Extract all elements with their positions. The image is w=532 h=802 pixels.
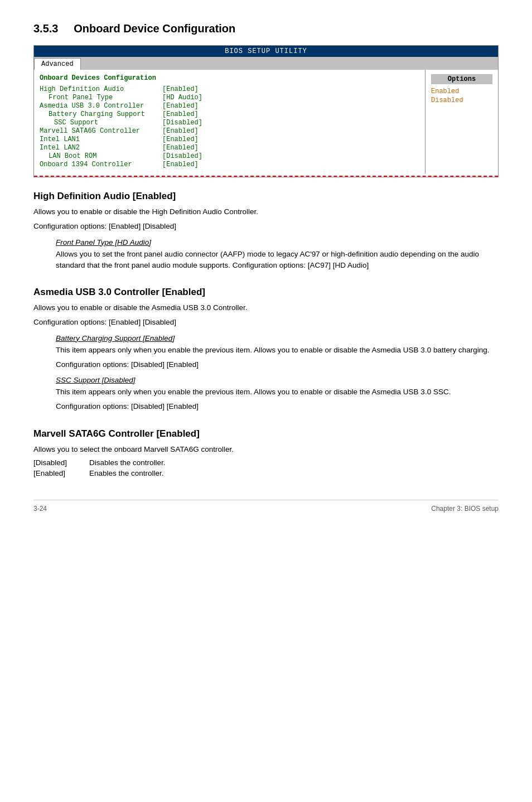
- doc-paragraph: Allows you to enable or disable the High…: [33, 206, 499, 218]
- bios-dashes: [34, 176, 498, 177]
- bios-option-item[interactable]: Disabled: [431, 96, 492, 104]
- doc-subpara: This item appears only when you enable t…: [33, 345, 499, 356]
- doc-table-row: [Disabled]Disables the controller.: [33, 458, 499, 467]
- bios-options-list: EnabledDisabled: [431, 88, 492, 104]
- bios-row[interactable]: Marvell SATA6G Controller[Enabled]: [40, 127, 419, 135]
- footer-left: 3-24: [33, 505, 47, 513]
- bios-row-label: Battery Charging Support: [40, 110, 162, 118]
- footer-right: Chapter 3: BIOS setup: [431, 505, 499, 513]
- section-heading: 3.5.3 Onboard Device Configuration: [33, 22, 499, 35]
- bios-options-title: Options: [431, 74, 492, 84]
- bios-row-label: LAN Boot ROM: [40, 152, 162, 160]
- doc-subpara: Configuration options: [Disabled] [Enabl…: [33, 359, 499, 370]
- bios-row-value: [Enabled]: [162, 136, 199, 143]
- doc-subpara: Allows you to set the front panel audio …: [33, 249, 499, 272]
- bios-row[interactable]: Intel LAN1[Enabled]: [40, 136, 419, 143]
- bios-row[interactable]: High Definition Audio[Enabled]: [40, 85, 419, 93]
- bios-section-title: Onboard Devices Configuration: [40, 74, 419, 82]
- doc-section-heading: High Definition Audio [Enabled]: [33, 191, 499, 202]
- bios-row-label: Onboard 1394 Controller: [40, 161, 162, 168]
- bios-tab-advanced[interactable]: Advanced: [34, 58, 81, 70]
- bios-box: BIOS SETUP UTILITY Advanced Onboard Devi…: [33, 45, 499, 177]
- section-number: 3.5.3: [33, 22, 58, 35]
- doc-table-val: Enables the controller.: [89, 469, 164, 477]
- bios-sidebar: Options EnabledDisabled: [425, 70, 498, 173]
- doc-table-key: [Disabled]: [33, 458, 89, 467]
- bios-row[interactable]: SSC Support[Disabled]: [40, 119, 419, 127]
- doc-paragraph: Allows you to enable or disable the Asme…: [33, 302, 499, 313]
- bios-row-label: Intel LAN2: [40, 144, 162, 152]
- section-title: Onboard Device Configuration: [74, 22, 235, 35]
- doc-paragraph: Allows you to select the onboard Marvell…: [33, 444, 499, 455]
- bios-content: Onboard Devices Configuration High Defin…: [34, 70, 498, 173]
- bios-row[interactable]: Intel LAN2[Enabled]: [40, 144, 419, 152]
- doc-subheading: Front Panel Type [HD Audio]: [33, 238, 499, 247]
- doc-section-heading: Marvell SATA6G Controller [Enabled]: [33, 428, 499, 439]
- bios-row-label: Marvell SATA6G Controller: [40, 127, 162, 135]
- bios-row-value: [Enabled]: [162, 102, 199, 110]
- doc-subpara: This item appears only when you enable t…: [33, 386, 499, 398]
- doc-subheading: SSC Support [Disabled]: [33, 376, 499, 384]
- doc-section: High Definition Audio [Enabled]Allows yo…: [33, 191, 499, 271]
- bios-title-text: BIOS SETUP UTILITY: [225, 47, 307, 55]
- doc-table-val: Disables the controller.: [89, 458, 166, 467]
- bios-row-label: Intel LAN1: [40, 136, 162, 143]
- doc-table: [Disabled]Disables the controller.[Enabl…: [33, 458, 499, 477]
- bios-row-label: SSC Support: [40, 119, 162, 127]
- bios-row-value: [Enabled]: [162, 110, 199, 118]
- bios-row-label: High Definition Audio: [40, 85, 162, 93]
- doc-table-row: [Enabled]Enables the controller.: [33, 469, 499, 477]
- bios-tab-bar: Advanced: [34, 57, 498, 70]
- doc-subpara: Configuration options: [Disabled] [Enabl…: [33, 401, 499, 412]
- page-footer: 3-24 Chapter 3: BIOS setup: [33, 500, 499, 513]
- bios-row-label: Front Panel Type: [40, 94, 162, 102]
- doc-section: Marvell SATA6G Controller [Enabled]Allow…: [33, 428, 499, 477]
- bios-rows: High Definition Audio[Enabled]Front Pane…: [40, 85, 419, 168]
- bios-option-item[interactable]: Enabled: [431, 88, 492, 95]
- bios-row[interactable]: Asmedia USB 3.0 Controller[Enabled]: [40, 102, 419, 110]
- bios-row[interactable]: Front Panel Type[HD Audio]: [40, 94, 419, 102]
- bios-row-value: [Enabled]: [162, 144, 199, 152]
- bios-row-value: [HD Audio]: [162, 94, 202, 102]
- bios-main-panel: Onboard Devices Configuration High Defin…: [34, 70, 425, 173]
- doc-table-key: [Enabled]: [33, 469, 89, 477]
- doc-content: High Definition Audio [Enabled]Allows yo…: [33, 191, 499, 477]
- bios-title-bar: BIOS SETUP UTILITY: [34, 46, 498, 57]
- doc-section-heading: Asmedia USB 3.0 Controller [Enabled]: [33, 287, 499, 298]
- bios-row[interactable]: LAN Boot ROM[Disabled]: [40, 152, 419, 160]
- doc-section: Asmedia USB 3.0 Controller [Enabled]Allo…: [33, 287, 499, 413]
- doc-subheading: Battery Charging Support [Enabled]: [33, 334, 499, 342]
- bios-row-value: [Disabled]: [162, 152, 202, 160]
- doc-paragraph: Configuration options: [Enabled] [Disabl…: [33, 317, 499, 328]
- bios-row-value: [Disabled]: [162, 119, 202, 127]
- bios-row-value: [Enabled]: [162, 161, 199, 168]
- bios-row-value: [Enabled]: [162, 85, 199, 93]
- bios-row-value: [Enabled]: [162, 127, 199, 135]
- bios-row[interactable]: Onboard 1394 Controller[Enabled]: [40, 161, 419, 168]
- doc-paragraph: Configuration options: [Enabled] [Disabl…: [33, 221, 499, 232]
- bios-row-label: Asmedia USB 3.0 Controller: [40, 102, 162, 110]
- bios-row[interactable]: Battery Charging Support[Enabled]: [40, 110, 419, 118]
